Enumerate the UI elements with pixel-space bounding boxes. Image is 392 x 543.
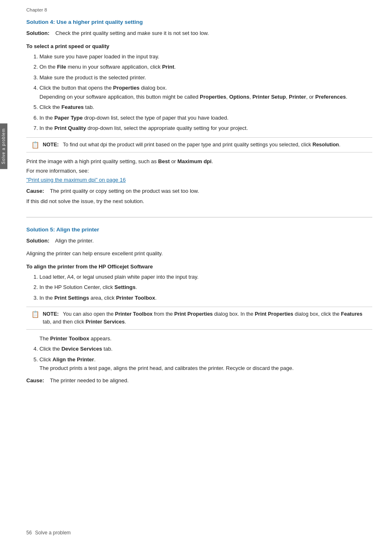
solution4-for-more-info: For more information, see: xyxy=(26,167,372,175)
step-5: Click the Features tab. xyxy=(39,103,372,111)
solution5-subsection-title: To align the printer from the HP Officej… xyxy=(26,263,372,270)
s5-step-3: In the Print Settings area, click Printe… xyxy=(39,294,372,302)
solution4-link[interactable]: "Print using the maximum dpi" on page 16 xyxy=(26,177,372,183)
solution5-extra: Aligning the printer can help ensure exc… xyxy=(26,250,372,258)
footer: 56 Solve a problem xyxy=(9,530,392,536)
solution4-title: Solution 4: Use a higher print quality s… xyxy=(26,19,372,25)
solution5-note-text: NOTE: You can also open the Printer Tool… xyxy=(43,310,367,326)
step-1: Make sure you have paper loaded in the i… xyxy=(39,53,372,61)
s5-step-4: Click the Device Services tab. xyxy=(39,345,372,353)
page-number: 56 xyxy=(26,530,32,536)
s5-step-5: Click Align the Printer. The product pri… xyxy=(39,356,372,372)
note-icon: 📋 xyxy=(31,141,39,149)
note-icon-s5: 📋 xyxy=(31,310,39,318)
footer-label: Solve a problem xyxy=(35,530,71,536)
solution5-block: Solution 5: Align the printer Solution: … xyxy=(26,226,372,385)
solution4-note-box: 📋 NOTE: To find out what dpi the product… xyxy=(26,137,372,153)
solution5-intro: Solution: Align the printer. xyxy=(26,237,372,245)
solution4-note-text: NOTE: To find out what dpi the product w… xyxy=(43,141,340,149)
s5-step-1: Load letter, A4, or legal unused plain w… xyxy=(39,273,372,281)
step-3: Make sure the product is the selected pr… xyxy=(39,74,372,82)
solution5-steps2: Click the Device Services tab. Click Ali… xyxy=(39,345,372,372)
solution5-title: Solution 5: Align the printer xyxy=(26,226,372,233)
solution5-steps: Load letter, A4, or legal unused plain w… xyxy=(39,273,372,302)
step-7: In the Print Quality drop-down list, sel… xyxy=(39,124,372,132)
section-divider xyxy=(26,217,372,217)
solution4-steps: Make sure you have paper loaded in the i… xyxy=(39,53,372,132)
side-tab-label: Solve a problem xyxy=(1,128,6,164)
solution4-block: Solution 4: Use a higher print quality s… xyxy=(26,19,372,206)
solution4-high-quality: Print the image with a high print qualit… xyxy=(26,157,372,166)
solution4-next: If this did not solve the issue, try the… xyxy=(26,197,372,206)
s5-step-2: In the HP Solution Center, click Setting… xyxy=(39,283,372,291)
solution4-subsection-title: To select a print speed or quality xyxy=(26,43,372,49)
solution5-cause: Cause: The printer needed to be aligned. xyxy=(26,377,372,385)
step-4: Click the button that opens the Properti… xyxy=(39,84,372,101)
solution5-note-box: 📋 NOTE: You can also open the Printer To… xyxy=(26,307,372,330)
step-2: On the File menu in your software applic… xyxy=(39,63,372,71)
toolbox-appears: The Printer Toolbox appears. xyxy=(39,335,372,343)
step-6: In the Paper Type drop-down list, select… xyxy=(39,114,372,122)
solution4-intro: Solution: Check the print quality settin… xyxy=(26,29,372,37)
side-tab: Solve a problem xyxy=(0,123,7,169)
chapter-label: Chapter 8 xyxy=(26,7,372,12)
solution4-cause: Cause: The print quality or copy setting… xyxy=(26,187,372,195)
